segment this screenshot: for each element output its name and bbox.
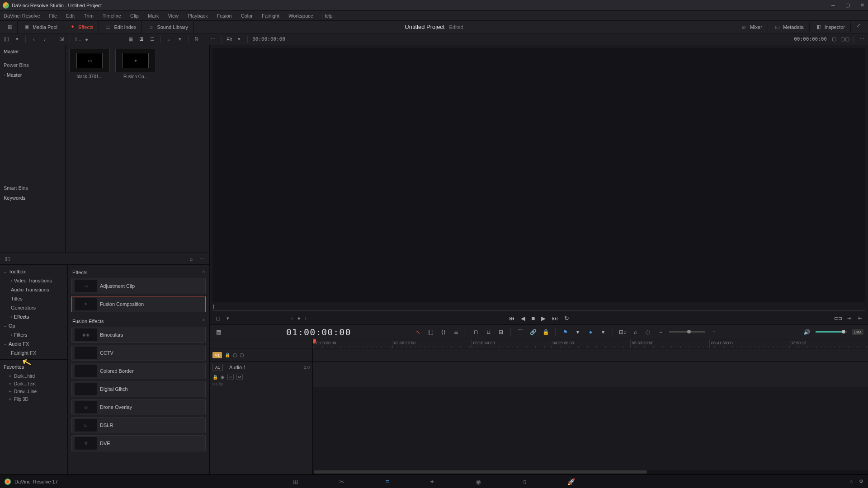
effects-category[interactable]: ›Effects	[0, 312, 67, 321]
zoom-in-icon[interactable]: +	[710, 329, 718, 335]
generators-category[interactable]: Generators	[0, 303, 67, 312]
fit-chevron-icon[interactable]: ▾	[236, 36, 243, 42]
expand-icon[interactable]: ⤢	[854, 23, 862, 29]
volume-slider[interactable]	[816, 331, 847, 333]
dynamic-trim-icon[interactable]: ⟨⟩	[439, 329, 448, 335]
deliver-page-tab[interactable]: 🚀	[567, 478, 575, 485]
viewer-mode-chevron-icon[interactable]: ▾	[224, 315, 231, 321]
toolbox-category[interactable]: ⌄Toolbox	[0, 267, 67, 276]
import-icon[interactable]: ⇲	[58, 36, 65, 42]
minimize-button[interactable]: ─	[830, 2, 836, 9]
menu-trim[interactable]: Trim	[82, 12, 95, 19]
collapse-icon[interactable]: ^	[203, 319, 205, 324]
fx-item-dslr[interactable]: ⊡DSLR	[71, 417, 206, 433]
menu-davinci[interactable]: DaVinci Resolve	[2, 12, 42, 19]
sort-icon[interactable]: ⇅	[193, 36, 200, 42]
effects-button[interactable]: ✦Effects	[67, 23, 95, 32]
timeline-timecode[interactable]: 01:00:00:00	[286, 327, 351, 338]
fx-item-colored-border[interactable]: Colored Border	[71, 363, 206, 379]
fit-label[interactable]: Fit	[226, 37, 232, 42]
edit-page-tab[interactable]: ≡	[385, 478, 389, 485]
bin-layout-icon[interactable]: ▯▯	[3, 36, 10, 42]
overwrite-icon[interactable]: ⊔	[484, 329, 492, 335]
audio-track-header[interactable]: A1 Audio 1 2.0 🔒 ◉ S M 0 Clip	[210, 362, 312, 387]
master-bin[interactable]: Master	[0, 47, 65, 56]
home-icon[interactable]: ⌂	[849, 479, 853, 484]
auto-select-icon[interactable]: ▢	[233, 352, 237, 357]
layout-icon[interactable]: ▦	[6, 24, 14, 30]
insert-icon[interactable]: ⊓	[472, 329, 480, 335]
zoom-full-icon[interactable]: ⊡⌕	[618, 329, 627, 335]
zoom-detail-icon[interactable]: ⌕	[631, 329, 639, 335]
play-button[interactable]: ▶	[541, 315, 546, 322]
lock-track-icon[interactable]: 🔒	[212, 375, 218, 380]
first-frame-button[interactable]: ⏮	[509, 315, 514, 322]
marker-icon[interactable]: ●	[586, 329, 594, 335]
favorite-item[interactable]: ✦Dark...hird	[0, 372, 67, 380]
close-button[interactable]: ✕	[859, 2, 865, 9]
menu-view[interactable]: View	[166, 12, 180, 19]
titles-category[interactable]: Titles	[0, 294, 67, 303]
video-track-lane[interactable]	[313, 348, 868, 362]
flag-icon[interactable]: ⚑	[561, 329, 569, 335]
next-edit-icon[interactable]: ›	[305, 315, 307, 321]
list-view-icon[interactable]: ☰	[149, 36, 156, 42]
zoom-out-icon[interactable]: −	[656, 329, 665, 335]
viewer-scrubber[interactable]	[212, 303, 865, 311]
settings-icon[interactable]: ⚙	[859, 479, 863, 484]
flag-chevron-icon[interactable]: ▾	[574, 329, 582, 335]
favorite-item[interactable]: ✦Flip 3D	[0, 395, 67, 403]
link-icon[interactable]: 🔗	[529, 329, 537, 335]
favorite-item[interactable]: ✦Draw...Line	[0, 388, 67, 395]
mixer-button[interactable]: ⎚Mixer	[739, 23, 764, 32]
v1-badge[interactable]: V1	[212, 352, 222, 358]
menu-file[interactable]: File	[47, 12, 59, 19]
zoom-slider[interactable]	[669, 331, 705, 333]
filters-category[interactable]: ›Filters	[0, 330, 67, 339]
openfx-category[interactable]: ⌄Op	[0, 321, 67, 330]
keywords-bin[interactable]: Keywords	[0, 193, 65, 202]
media-pool-button[interactable]: ▣Media Pool	[21, 23, 59, 32]
jump-end-icon[interactable]: ⇥	[845, 315, 853, 321]
menu-fairlight[interactable]: Fairlight	[260, 12, 281, 19]
edit-index-button[interactable]: ☰Edit Index	[103, 23, 138, 32]
fx-item-adjustment-clip[interactable]: ▭Adjustment Clip	[71, 278, 206, 294]
a1-badge[interactable]: A1	[212, 364, 223, 371]
fairlight-page-tab[interactable]: ♫	[522, 478, 527, 485]
menu-fusion[interactable]: Fusion	[215, 12, 234, 19]
grid-view-icon[interactable]: ⊞	[138, 36, 145, 42]
menu-help[interactable]: Help	[321, 12, 335, 19]
fusion-page-tab[interactable]: ✦	[429, 478, 435, 485]
dual-viewer-icon[interactable]: ▢▢	[841, 36, 849, 42]
lock-icon[interactable]: 🔒	[542, 329, 550, 335]
maximize-button[interactable]: ▢	[844, 2, 851, 9]
zoom-custom-icon[interactable]: ◌	[644, 329, 652, 335]
timeline-view-icon[interactable]: ▤	[214, 329, 222, 335]
menu-timeline[interactable]: Timeline	[101, 12, 123, 19]
audiofx-category[interactable]: ⌄Audio FX	[0, 339, 67, 348]
fx-layout-icon[interactable]: ▯▯	[4, 256, 11, 262]
chevron-down-icon[interactable]: ▾	[14, 36, 21, 42]
menu-edit[interactable]: Edit	[64, 12, 76, 19]
snap-icon[interactable]: ⌒	[516, 328, 524, 336]
fx-item-cctv[interactable]: CCTV	[71, 345, 206, 361]
viewer-more-icon[interactable]: ⋯	[858, 36, 865, 42]
viewer-canvas[interactable]	[212, 48, 865, 302]
inspector-button[interactable]: ◧Inspector	[813, 23, 847, 32]
metadata-button[interactable]: 🏷Metadata	[772, 23, 806, 32]
next-frame-button[interactable]: ⏭	[552, 315, 558, 322]
fx-item-dve[interactable]: ⧉DVE	[71, 435, 206, 451]
search-chevron-icon[interactable]: ▾	[176, 36, 184, 42]
fx-more-icon[interactable]: ⋯	[198, 256, 206, 262]
media-page-tab[interactable]: ⊞	[293, 478, 298, 485]
blade-tool-icon[interactable]: ≣	[452, 329, 460, 335]
enable-track-icon[interactable]: ▢	[240, 352, 244, 357]
solo-button[interactable]: S	[227, 374, 234, 380]
marker-chevron-icon[interactable]: ▾	[599, 329, 607, 335]
selection-tool-icon[interactable]: ↖	[414, 329, 422, 335]
menu-workspace[interactable]: Workspace	[287, 12, 315, 19]
timeline-tracks[interactable]: 01:00:00:00 02:08:22:00 03:16:44:00 04:2…	[313, 339, 868, 474]
loop-button[interactable]: ↻	[564, 315, 569, 322]
video-track-header[interactable]: V1 🔒 ▢ ▢	[210, 348, 312, 362]
menu-clip[interactable]: Clip	[128, 12, 141, 19]
